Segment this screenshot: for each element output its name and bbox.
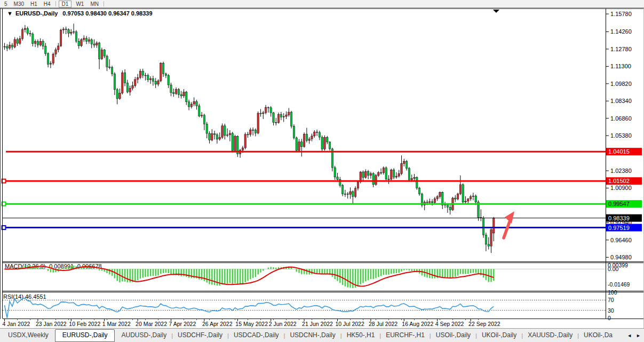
tab-usdx-weekly[interactable]: USDX,Weekly xyxy=(3,329,53,341)
svg-text:10 Feb 2022: 10 Feb 2022 xyxy=(69,321,100,327)
svg-text:0.94980: 0.94980 xyxy=(610,254,632,260)
horizontal-line-0.99547[interactable] xyxy=(2,202,606,206)
svg-text:15 May 2022: 15 May 2022 xyxy=(235,321,268,327)
svg-text:1.02380: 1.02380 xyxy=(610,168,632,174)
tab-scroll-left-icon[interactable]: ◄ xyxy=(627,333,632,338)
svg-text:28 Jul 2022: 28 Jul 2022 xyxy=(369,321,397,327)
svg-text:20 Mar 2022: 20 Mar 2022 xyxy=(136,321,167,327)
tab-usdcnh-daily[interactable]: USDCNH-,Daily xyxy=(285,329,340,341)
price-chart-canvas[interactable]: 0.003990.00-0.01469 10070300 1.157801.14… xyxy=(0,0,644,342)
timeframe-button-m30[interactable]: M30 xyxy=(11,1,27,7)
toolbar-divider xyxy=(55,1,56,6)
date-axis[interactable]: 4 Jan 202223 Jan 202210 Feb 20221 Mar 20… xyxy=(3,319,500,327)
timeframe-button-h4[interactable]: H4 xyxy=(41,1,54,7)
svg-text:21 Jun 2022: 21 Jun 2022 xyxy=(302,321,333,327)
svg-text:30: 30 xyxy=(608,307,614,314)
svg-text:23 Jan 2022: 23 Jan 2022 xyxy=(36,321,67,327)
svg-text:1.08340: 1.08340 xyxy=(610,98,632,104)
timeframe-toolbar: 5M30H1H4D1W1MN xyxy=(0,0,644,8)
svg-text:1 Mar 2022: 1 Mar 2022 xyxy=(102,321,131,327)
horizontal-line-1.01502[interactable] xyxy=(2,179,606,183)
svg-text:10 Jul 2022: 10 Jul 2022 xyxy=(336,321,364,327)
macd-panel: 0.003990.00-0.01469 xyxy=(3,262,630,288)
svg-text:0.96460: 0.96460 xyxy=(610,237,632,243)
svg-text:4 Sep 2022: 4 Sep 2022 xyxy=(435,321,464,327)
svg-text:2 Jun 2022: 2 Jun 2022 xyxy=(269,321,297,327)
svg-text:1.06860: 1.06860 xyxy=(610,115,632,122)
svg-text:1.00900: 1.00900 xyxy=(610,185,632,191)
timeframe-button-5[interactable]: 5 xyxy=(1,1,11,7)
tab-ukoil-daily[interactable]: UKOil-,Daily xyxy=(477,329,521,341)
toolbar-divider xyxy=(104,1,104,6)
svg-text:1.05380: 1.05380 xyxy=(610,132,632,139)
trend-arrow-annotation[interactable] xyxy=(504,211,514,238)
timeframe-button-d1[interactable]: D1 xyxy=(59,1,72,7)
svg-text:-0.01469: -0.01469 xyxy=(608,281,630,288)
svg-text:1.11300: 1.11300 xyxy=(610,63,631,69)
rsi-panel: 10070300 xyxy=(3,289,617,321)
tab-usoil-daily[interactable]: USOil-,Daily xyxy=(431,329,475,341)
tab-usdcad-daily[interactable]: USDCAD-,Daily xyxy=(229,329,284,341)
svg-text:0: 0 xyxy=(608,315,611,321)
svg-text:1.14260: 1.14260 xyxy=(610,28,632,35)
horizontal-lines[interactable] xyxy=(2,152,606,229)
svg-text:70: 70 xyxy=(608,297,614,303)
svg-text:4 Jan 2022: 4 Jan 2022 xyxy=(3,321,30,327)
timeframe-button-w1[interactable]: W1 xyxy=(73,1,87,7)
svg-text:1.01502: 1.01502 xyxy=(608,178,630,184)
tab-xauusd-daily[interactable]: XAUUSD-,Daily xyxy=(523,329,577,341)
svg-text:1.12780: 1.12780 xyxy=(610,46,632,52)
tab-ukoil-da[interactable]: UKOil-,Da xyxy=(579,329,617,341)
symbol-tab-bar: USDX,WeeklyEURUSD-,DailyAUDUSD-,Daily|US… xyxy=(0,328,644,342)
svg-text:1.15780: 1.15780 xyxy=(610,11,632,17)
svg-text:22 Sep 2022: 22 Sep 2022 xyxy=(468,321,500,327)
svg-text:7 Apr 2022: 7 Apr 2022 xyxy=(169,321,196,327)
tab-eurusd-daily[interactable]: EURUSD-,Daily xyxy=(55,329,115,342)
svg-text:16 Aug 2022: 16 Aug 2022 xyxy=(402,321,433,327)
svg-text:1.04015: 1.04015 xyxy=(608,148,630,155)
timeframe-button-h1[interactable]: H1 xyxy=(27,1,41,7)
tab-scroll-right-icon[interactable]: ► xyxy=(636,333,641,338)
tab-audusd-daily[interactable]: AUDUSD-,Daily xyxy=(116,329,171,341)
timeframe-button-mn[interactable]: MN xyxy=(87,1,102,7)
chart-shift-marker-icon[interactable] xyxy=(493,10,499,13)
svg-text:1.09820: 1.09820 xyxy=(610,81,632,87)
svg-text:0.98339: 0.98339 xyxy=(608,215,630,221)
svg-text:0.97519: 0.97519 xyxy=(608,225,630,231)
svg-text:0.00: 0.00 xyxy=(608,266,619,272)
mt4-chart-window: 5M30H1H4D1W1MN ▼EURUSD-,Daily0.97053 0.9… xyxy=(0,0,644,342)
svg-text:26 Apr 2022: 26 Apr 2022 xyxy=(202,321,233,327)
panel-borders xyxy=(0,8,644,328)
horizontal-line-0.97519[interactable] xyxy=(2,226,606,229)
tab-usdchf-daily[interactable]: USDCHF-,Daily xyxy=(173,329,227,341)
tab-eurchf-h1[interactable]: EURCHF-,H1 xyxy=(381,329,430,341)
svg-text:0.99547: 0.99547 xyxy=(608,201,630,207)
tab-hk50-h1[interactable]: HK50-,H1 xyxy=(342,329,380,341)
candlesticks[interactable] xyxy=(4,23,495,253)
